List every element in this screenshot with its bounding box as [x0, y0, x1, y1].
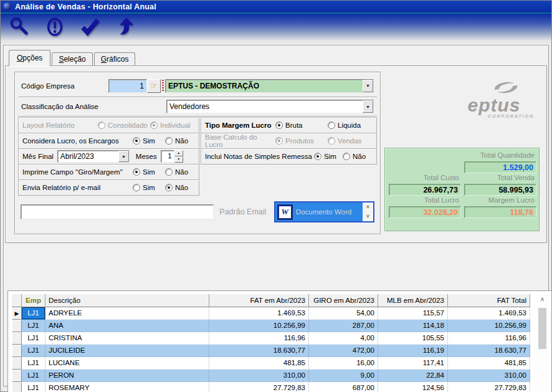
spin-down-icon[interactable]: ˅	[363, 212, 373, 221]
cell-descricao: PERON	[45, 370, 209, 382]
checkmark-icon	[79, 16, 102, 40]
info-button[interactable]	[41, 15, 69, 40]
table-row[interactable]: LJ1 PERON 310,00 9,00 22,84 310,00	[12, 370, 530, 382]
confirm-button[interactable]	[77, 15, 104, 40]
spin-up-icon[interactable]: ˄	[363, 203, 373, 212]
classificacao-label: Classificação da Análise	[21, 103, 166, 110]
radio-label: Não	[175, 137, 188, 145]
app-window: Análise de Vendas - Horizontal Anual	[0, 0, 552, 392]
total-quantidade-value: 1.529,00	[464, 161, 536, 173]
field-considera-lucro: Considera Lucro, os Encargos Sim Não	[18, 133, 199, 149]
radio-label: Vendas	[338, 137, 361, 145]
spin-up-icon[interactable]: ▲	[174, 150, 183, 156]
curved-arrow-up-icon	[115, 16, 137, 40]
vertical-scroll-thumb[interactable]	[538, 308, 546, 349]
cell-mlb: 22,84	[378, 370, 448, 382]
dropdown-arrow-icon[interactable]	[118, 151, 129, 162]
tab-selecao[interactable]: Seleção	[52, 52, 92, 66]
header-fat[interactable]: FAT em Abr/2023	[209, 294, 309, 307]
table-row[interactable]: LJ1 ANA 10.256,99 287,00 114,18 10.256,9…	[12, 320, 530, 332]
cell-fat: 310,00	[209, 370, 309, 382]
radio-label: Individual	[160, 122, 191, 129]
documento-word-label: Documento Word	[296, 208, 351, 216]
radio-notas-sim[interactable]: Sim	[314, 153, 343, 160]
red-dotted-separator	[162, 80, 164, 92]
radio-individual[interactable]: Individual	[150, 122, 195, 129]
radio-envia-sim[interactable]: Sim	[133, 184, 165, 191]
vertical-scrollbar[interactable]: ˄ ˅	[537, 294, 548, 392]
main-content: Opções Seleção Gráficos Código Empresa ☞…	[3, 45, 549, 386]
radio-icon	[150, 122, 158, 129]
margem-lucro-label: Margem Lucro	[464, 196, 536, 206]
total-venda-value: 58.995,93	[464, 184, 536, 196]
table-row[interactable]: LJ1 LUCIANE 481,85 16,00 117,41 481,85	[12, 357, 530, 370]
radio-considera-sim[interactable]: Sim	[133, 137, 165, 145]
meses-value[interactable]: 1	[161, 150, 174, 163]
exclamation-icon	[44, 16, 66, 40]
radio-label: Bruta	[285, 122, 303, 129]
radio-icon	[328, 137, 335, 145]
email-input[interactable]	[21, 204, 214, 219]
field-envia-email: Envia Relatório p/ e-mail Sim Não	[18, 179, 199, 196]
cell-giro: 472,00	[309, 345, 378, 357]
radio-imprime-sim[interactable]: Sim	[133, 168, 165, 176]
row-indicator	[12, 320, 22, 332]
radio-notas-nao[interactable]: Não	[343, 153, 373, 160]
header-mlb[interactable]: MLB em Abr/2023	[378, 294, 448, 307]
padrao-email-label: Padrão Email	[219, 208, 272, 216]
lookup-hand-icon[interactable]: ☞	[147, 79, 161, 93]
row-indicator	[12, 332, 22, 345]
exit-button[interactable]	[112, 15, 140, 40]
results-grid: Emp Descrição FAT em Abr/2023 GIRO em Ab…	[12, 294, 530, 392]
radio-envia-nao[interactable]: Não	[165, 184, 195, 191]
cell-fat: 18.630,77	[209, 345, 309, 357]
empresa-combobox[interactable]: EPTUS - DEMOSTRAÇÃO	[165, 79, 374, 93]
eptus-logo: eptus CORPORATION	[450, 80, 538, 118]
radio-icon	[343, 153, 350, 160]
header-descricao[interactable]: Descrição	[45, 294, 209, 307]
tab-opcoes[interactable]: Opções	[9, 50, 50, 66]
radio-bruta[interactable]: Bruta	[275, 122, 328, 129]
radio-consolidado[interactable]: Consolidado	[98, 122, 150, 129]
classificacao-combobox[interactable]: Vendedores	[166, 100, 374, 113]
options-tab-panel: Código Empresa ☞ EPTUS - DEMOSTRAÇÃO Cla…	[5, 65, 547, 243]
cell-fat: 481,85	[209, 357, 309, 370]
codigo-empresa-input[interactable]	[108, 79, 147, 93]
meses-stepper: 1 ▲▼	[161, 150, 183, 163]
app-icon	[3, 2, 11, 11]
documento-word-selector[interactable]: Documento Word ˄˅	[274, 201, 374, 222]
tab-bar: Opções Seleção Gráficos	[9, 51, 136, 66]
cell-fat-total: 310,00	[448, 370, 530, 382]
tab-graficos[interactable]: Gráficos	[94, 52, 136, 66]
field-label: Envia Relatório p/ e-mail	[22, 184, 133, 191]
radio-produtos[interactable]: Produtos	[275, 137, 328, 145]
header-fat-total[interactable]: FAT Total	[448, 294, 530, 307]
radio-icon	[165, 137, 173, 145]
header-giro[interactable]: GIRO em Abr/2023	[309, 294, 378, 307]
radio-imprime-nao[interactable]: Não	[165, 168, 195, 176]
radio-vendas[interactable]: Vendas	[328, 137, 373, 145]
header-emp[interactable]: Emp	[22, 294, 45, 307]
table-row[interactable]: LJ1 ROSEMARY 27.729,83 687,00 124,56 27.…	[12, 382, 530, 392]
dropdown-arrow-icon[interactable]	[363, 80, 373, 92]
search-button[interactable]	[6, 15, 33, 40]
email-row: Padrão Email Documento Word ˄˅	[18, 200, 377, 224]
radio-icon	[133, 168, 140, 176]
table-row[interactable]: LJ1 JUCILEIDE 18.630,77 472,00 116,19 18…	[12, 345, 530, 357]
mes-final-combobox[interactable]: Abril/2023	[57, 150, 130, 163]
cell-fat-total: 10.256,99	[448, 320, 530, 332]
options-right-column: Tipo Margem Lucro Bruta Liquida Base Cal…	[201, 117, 377, 196]
cell-mlb: 115,57	[378, 307, 448, 320]
dropdown-arrow-icon[interactable]	[363, 100, 373, 113]
cell-emp: LJ1	[22, 370, 45, 382]
table-row[interactable]: LJ1 CRISTINA 116,96 4,00 105,55 116,96	[12, 332, 530, 345]
codigo-empresa-row: Código Empresa ☞ EPTUS - DEMOSTRAÇÃO	[18, 75, 377, 97]
scroll-up-icon[interactable]: ˄	[537, 294, 548, 305]
row-indicator	[12, 345, 22, 357]
radio-label: Não	[175, 168, 188, 176]
table-row[interactable]: LJ1 ADRYELE 1.469,53 54,00 115,57 1.469,…	[12, 307, 530, 320]
cell-fat: 27.729,83	[209, 382, 309, 392]
radio-considera-nao[interactable]: Não	[165, 137, 195, 145]
radio-liquida[interactable]: Liquida	[328, 122, 373, 129]
spin-down-icon[interactable]: ▼	[174, 156, 183, 163]
